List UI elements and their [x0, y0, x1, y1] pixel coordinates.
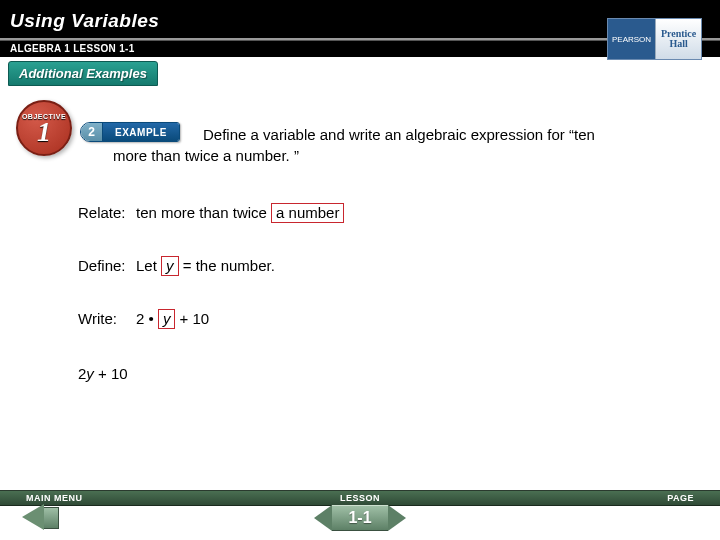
write-text-after: + 10	[175, 310, 209, 327]
relate-text-before: ten more than twice	[136, 204, 271, 221]
write-var: y	[163, 310, 171, 327]
write-text-before: 2 •	[136, 310, 158, 327]
imprint-line2: Hall	[656, 39, 701, 49]
publisher-imprint: Prentice Hall	[656, 29, 701, 49]
define-body: Let y = the number.	[136, 255, 275, 276]
define-label: Define:	[78, 255, 136, 276]
define-text-before: Let	[136, 257, 161, 274]
additional-examples-label: Additional Examples	[8, 61, 158, 86]
final-rest: + 10	[94, 365, 128, 382]
define-step: Define: Let y = the number.	[78, 255, 680, 276]
lesson-prev-icon[interactable]	[314, 505, 332, 531]
lesson-chip: 1-1	[280, 504, 440, 532]
objective-badge: OBJECTIVE 1	[16, 100, 72, 156]
problem-line2: more than twice a number. ”	[113, 145, 690, 166]
write-step: Write: 2 • y + 10	[78, 308, 680, 329]
objective-number: 1	[37, 120, 51, 144]
nav-lesson-label[interactable]: LESSON	[0, 493, 720, 503]
problem-line1: Define a variable and write an algebraic…	[203, 124, 690, 145]
bottom-nav: MAIN MENU LESSON PAGE 1-1	[0, 490, 720, 540]
write-label: Write:	[78, 308, 136, 329]
write-body: 2 • y + 10	[136, 308, 209, 329]
define-var: y	[166, 257, 174, 274]
define-boxed: y	[161, 256, 179, 276]
back-arrow-icon[interactable]	[22, 504, 44, 530]
relate-body: ten more than twice a number	[136, 202, 344, 223]
relate-label: Relate:	[78, 202, 136, 223]
publisher-brand: PEARSON	[608, 19, 656, 59]
problem-text: Define a variable and write an algebraic…	[113, 124, 690, 166]
relate-boxed: a number	[271, 203, 344, 223]
write-boxed: y	[158, 309, 176, 329]
nav-page-label[interactable]: PAGE	[667, 493, 694, 503]
page-title: Using Variables	[10, 10, 159, 32]
example-label: EXAMPLE	[103, 123, 179, 141]
example-pill: 2 EXAMPLE	[80, 122, 180, 142]
lesson-next-icon[interactable]	[388, 505, 406, 531]
relate-step: Relate: ten more than twice a number	[78, 202, 680, 223]
final-answer: 2y + 10	[78, 365, 690, 382]
content-area: OBJECTIVE 1 2 EXAMPLE Define a variable …	[0, 86, 720, 382]
top-border	[0, 0, 720, 8]
example-number: 2	[81, 123, 103, 141]
additional-examples-tab: Additional Examples	[8, 61, 158, 86]
lesson-number: 1-1	[332, 505, 388, 531]
define-text-after: = the number.	[179, 257, 275, 274]
publisher-logo: PEARSON Prentice Hall	[607, 18, 702, 60]
solution-steps: Relate: ten more than twice a number Def…	[78, 202, 680, 329]
final-var: y	[86, 365, 94, 382]
